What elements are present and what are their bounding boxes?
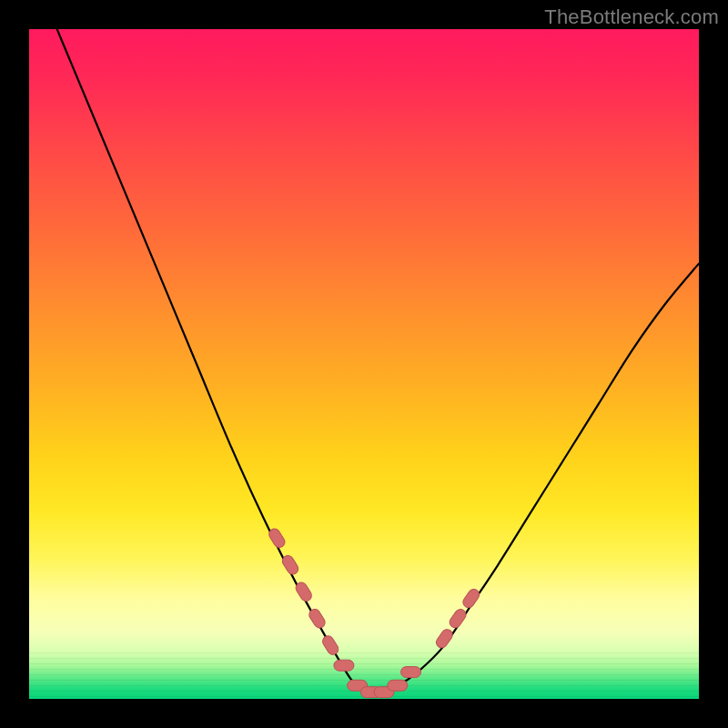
marker-bead [434, 627, 454, 650]
marker-bead [320, 634, 340, 657]
marker-bead [388, 680, 408, 691]
plot-area [29, 29, 699, 699]
marker-bead [461, 587, 481, 610]
bottleneck-curve [29, 29, 699, 693]
chart-frame: TheBottleneck.com [0, 0, 728, 728]
chart-svg [29, 29, 699, 699]
marker-bead [448, 607, 468, 630]
marker-bead [334, 660, 354, 671]
marker-bead [401, 667, 421, 678]
marker-group [267, 527, 481, 698]
watermark-text: TheBottleneck.com [544, 5, 719, 29]
